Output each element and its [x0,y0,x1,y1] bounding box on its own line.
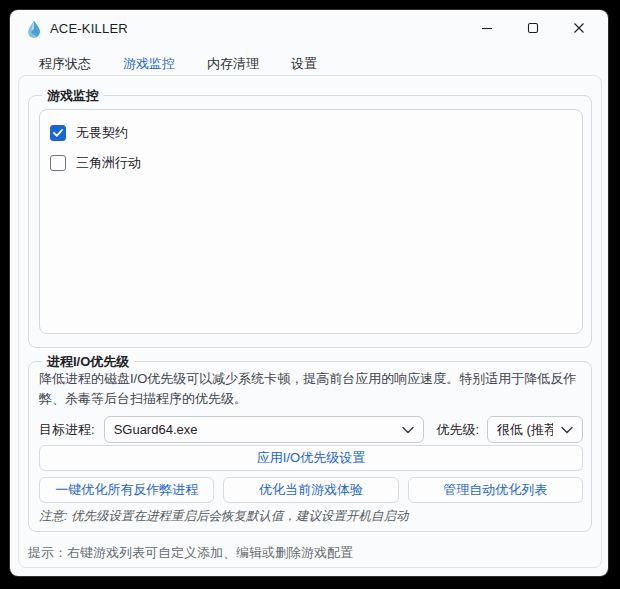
game-monitor-group: 游戏监控 无畏契约 三角洲行动 [28,95,592,348]
chevron-down-icon [561,426,573,434]
checkbox-unchecked-icon[interactable] [50,155,66,171]
window-controls [464,12,602,44]
game-list-item: 三角洲行动 [50,148,572,178]
io-priority-group: 进程I/O优先级 降低进程的磁盘I/O优先级可以减少系统卡顿，提高前台应用的响应… [28,361,592,532]
status-bar-text: 提示：右键游戏列表可自定义添加、编辑或删除游戏配置 [28,544,353,562]
close-icon[interactable] [556,12,602,44]
manage-auto-optimize-list-button[interactable]: 管理自动优化列表 [408,477,583,503]
game-list[interactable]: 无畏契约 三角洲行动 [39,109,583,334]
game-label: 三角洲行动 [76,154,141,172]
target-process-select[interactable]: SGuard64.exe [104,416,425,443]
optimize-all-anticheat-button[interactable]: 一键优化所有反作弊进程 [39,477,214,503]
io-priority-controls-row: 目标进程: SGuard64.exe 优先级: 很低 (推荐) [39,416,583,443]
priority-select[interactable]: 很低 (推荐) [487,416,583,443]
game-list-item: 无畏契约 [50,118,572,148]
optimize-buttons-row: 一键优化所有反作弊进程 优化当前游戏体验 管理自动优化列表 [39,477,583,503]
checkbox-checked-icon[interactable] [50,125,66,141]
game-monitor-group-title: 游戏监控 [42,87,104,104]
apply-io-priority-button[interactable]: 应用I/O优先级设置 [39,445,583,471]
title-bar: ACE-KILLER [10,10,608,48]
maximize-icon[interactable] [510,12,556,44]
io-priority-group-title: 进程I/O优先级 [42,353,134,370]
minimize-icon[interactable] [464,12,510,44]
optimize-current-game-button[interactable]: 优化当前游戏体验 [223,477,398,503]
target-process-label: 目标进程: [39,421,95,439]
priority-label: 优先级: [436,421,479,439]
check-icon [53,129,63,137]
io-priority-description: 降低进程的磁盘I/O优先级可以减少系统卡顿，提高前台应用的响应速度。特别适用于降… [39,369,581,409]
game-label: 无畏契约 [76,124,128,142]
chevron-down-icon [402,426,414,434]
io-priority-note: 注意: 优先级设置在进程重启后会恢复默认值，建议设置开机自启动 [39,508,408,525]
target-process-value: SGuard64.exe [114,422,395,437]
app-title: ACE-KILLER [50,21,128,36]
water-drop-icon [26,20,42,38]
app-window: ACE-KILLER 程序状态 游戏监控 内存清理 设置 游戏监控 [10,10,608,576]
priority-value: 很低 (推荐) [497,421,553,439]
